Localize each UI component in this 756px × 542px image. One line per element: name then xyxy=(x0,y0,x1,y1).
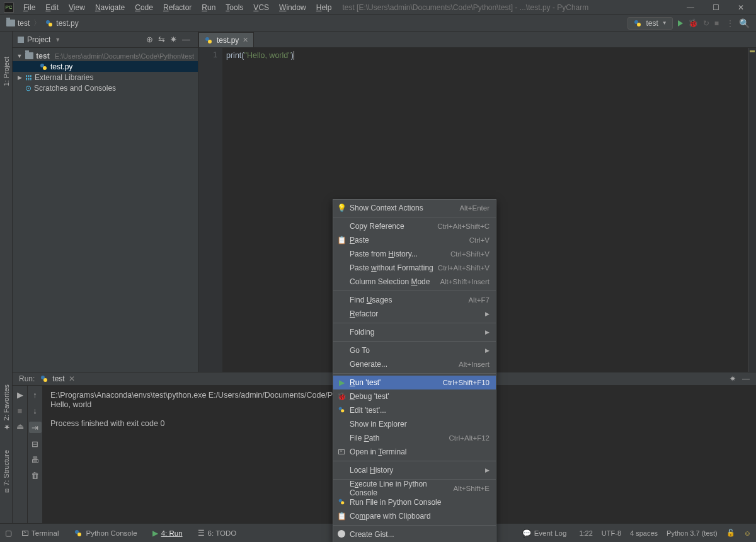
breadcrumb-file[interactable]: test.py xyxy=(45,19,78,28)
nav-toolbar: test 〉 test.py test ▼ 🐞 ↻ ■ ⋮ 🔍 xyxy=(0,15,756,32)
ctx-paste-from-history-[interactable]: Paste from History...Ctrl+Shift+V xyxy=(333,247,496,261)
ctx-show-in-explorer[interactable]: Show in Explorer xyxy=(333,417,496,431)
scroll-end-icon[interactable]: ⊟ xyxy=(32,439,38,449)
menu-file[interactable]: File xyxy=(19,1,40,14)
ctx-local-history[interactable]: Local History▶ xyxy=(333,463,496,477)
indent[interactable]: 4 spaces xyxy=(630,529,658,537)
close-icon[interactable]: ✕ xyxy=(69,374,75,383)
ctx-paste[interactable]: 📋PasteCtrl+V xyxy=(333,233,496,247)
project-tree[interactable]: ▼ test E:\Users\admin\Documents\Code\Pyt… xyxy=(13,48,198,96)
ctx-copy-reference[interactable]: Copy ReferenceCtrl+Alt+Shift+C xyxy=(333,219,496,233)
menu-tools[interactable]: Tools xyxy=(221,1,248,14)
ctx-file-path[interactable]: File PathCtrl+Alt+F12 xyxy=(333,431,496,445)
ctx-debug-test-[interactable]: 🐞Debug 'test' xyxy=(333,389,496,403)
project-tool-button[interactable]: 1: Project xyxy=(3,57,10,86)
context-menu[interactable]: 💡Show Context ActionsAlt+EnterCopy Refer… xyxy=(333,199,496,542)
ctx-create-gist-[interactable]: Create Gist... xyxy=(333,528,496,541)
update-button[interactable]: ⋮ xyxy=(726,19,734,28)
event-log-icon: 💬 xyxy=(522,529,531,538)
svg-point-1 xyxy=(49,23,52,26)
close-tab-icon[interactable]: ✕ xyxy=(243,36,248,44)
menu-edit[interactable]: Edit xyxy=(41,1,63,14)
terminal-tool-button[interactable]: Terminal xyxy=(18,528,62,539)
warning-marker[interactable] xyxy=(750,50,755,52)
tree-root[interactable]: ▼ test E:\Users\admin\Documents\Code\Pyt… xyxy=(13,50,198,61)
soft-wrap-icon[interactable]: ⇥ xyxy=(29,422,42,433)
ctx-execute-line-in-python-console[interactable]: Execute Line in Python ConsoleAlt+Shift+… xyxy=(333,481,496,495)
tree-file[interactable]: test.py xyxy=(13,61,198,72)
interpreter[interactable]: Python 3.7 (test) xyxy=(667,529,718,537)
stop-button[interactable]: ■ xyxy=(714,19,719,28)
ctx-open-in-terminal[interactable]: Open in Terminal xyxy=(333,445,496,459)
python-icon xyxy=(633,19,642,28)
rerun-icon[interactable]: ▶ xyxy=(17,390,23,400)
close-button[interactable]: ✕ xyxy=(733,3,748,12)
run-config-label: test xyxy=(646,19,658,28)
tree-scratches[interactable]: ⊙ Scratches and Consoles xyxy=(13,83,198,93)
structure-tool-button[interactable]: ⧇ 7: Structure xyxy=(3,450,10,493)
python-console-tool-button[interactable]: Python Console xyxy=(70,527,140,539)
trash-icon[interactable]: 🗑 xyxy=(31,471,39,480)
run-config-selector[interactable]: test ▼ xyxy=(627,17,672,30)
encoding[interactable]: UTF-8 xyxy=(602,529,621,537)
svg-point-13 xyxy=(341,409,344,412)
folder-icon xyxy=(6,20,15,26)
up-icon[interactable]: ↑ xyxy=(33,390,37,400)
maximize-button[interactable]: ☐ xyxy=(708,3,723,12)
lock-icon[interactable]: 🔓 xyxy=(726,529,735,537)
ctx-folding[interactable]: Folding▶ xyxy=(333,325,496,339)
terminal-icon xyxy=(22,531,28,536)
run-tab[interactable]: test ✕ xyxy=(40,374,74,383)
ctx-edit-test-[interactable]: Edit 'test'... xyxy=(333,403,496,417)
run-coverage-button[interactable]: ↻ xyxy=(703,19,709,28)
event-log-button[interactable]: 💬Event Log xyxy=(518,527,571,539)
menu-refactor[interactable]: Refactor xyxy=(159,1,196,14)
run-tool-button[interactable]: ▶4: Run xyxy=(149,527,186,539)
python-icon xyxy=(40,374,49,383)
editor-tab[interactable]: test.py ✕ xyxy=(198,32,254,47)
ctx-run-file-in-python-console[interactable]: Run File in Python Console xyxy=(333,495,496,509)
run-button[interactable] xyxy=(678,20,683,26)
ctx-column-selection-mode[interactable]: Column Selection ModeAlt+Shift+Insert xyxy=(333,275,496,289)
down-icon[interactable]: ↓ xyxy=(33,406,37,415)
ctx-compare-with-clipboard[interactable]: 📋Compare with Clipboard xyxy=(333,509,496,523)
menu-view[interactable]: View xyxy=(64,1,89,14)
exit-icon[interactable]: ⏏ xyxy=(16,422,24,431)
ctx-show-context-actions[interactable]: 💡Show Context ActionsAlt+Enter xyxy=(333,201,496,215)
breadcrumb-root[interactable]: test xyxy=(6,19,30,28)
ctx-refactor[interactable]: Refactor▶ xyxy=(333,307,496,321)
ctx-run-test-[interactable]: ▶Run 'test'Ctrl+Shift+F10 xyxy=(333,376,496,389)
print-icon[interactable]: 🖶 xyxy=(31,455,39,464)
hide-icon[interactable]: — xyxy=(182,35,190,44)
collapse-icon[interactable]: ⇆ xyxy=(158,35,165,44)
menu-help[interactable]: Help xyxy=(312,1,336,14)
todo-tool-button[interactable]: ☰6: TODO xyxy=(194,527,241,539)
search-everywhere-button[interactable]: 🔍 xyxy=(739,18,750,28)
expand-icon[interactable]: ▶ xyxy=(16,74,23,81)
menu-vcs[interactable]: VCS xyxy=(249,1,273,14)
tree-external-libs[interactable]: ▶ 𝍖 External Libraries xyxy=(13,72,198,83)
menu-code[interactable]: Code xyxy=(130,1,158,14)
locate-icon[interactable]: ⊕ xyxy=(146,35,153,44)
error-stripe[interactable] xyxy=(748,48,756,372)
left-tool-gutter: 1: Project xyxy=(0,32,13,372)
ctx-generate-[interactable]: Generate...Alt+Insert xyxy=(333,357,496,371)
caret-position[interactable]: 1:22 xyxy=(579,529,592,537)
stop-icon[interactable]: ■ xyxy=(18,406,23,415)
menu-navigate[interactable]: Navigate xyxy=(91,1,129,14)
menu-window[interactable]: Window xyxy=(275,1,311,14)
debug-button[interactable]: 🐞 xyxy=(688,18,698,28)
menu-run[interactable]: Run xyxy=(197,1,220,14)
tool-window-quick-access-icon[interactable]: ▢ xyxy=(5,529,12,538)
favorites-tool-button[interactable]: ★ 2: Favorites xyxy=(2,384,10,431)
ctx-find-usages[interactable]: Find UsagesAlt+F7 xyxy=(333,293,496,307)
settings-icon[interactable]: ✷ xyxy=(170,35,177,44)
hide-icon[interactable]: — xyxy=(742,374,750,383)
project-panel-title[interactable]: Project ▼ xyxy=(18,35,60,44)
hector-icon[interactable]: ☺ xyxy=(744,529,751,537)
expand-icon[interactable]: ▼ xyxy=(16,53,23,59)
ctx-paste-without-formatting[interactable]: Paste without FormattingCtrl+Alt+Shift+V xyxy=(333,261,496,275)
settings-icon[interactable]: ✷ xyxy=(730,374,736,383)
ctx-go-to[interactable]: Go To▶ xyxy=(333,343,496,357)
minimize-button[interactable]: ― xyxy=(683,3,698,12)
